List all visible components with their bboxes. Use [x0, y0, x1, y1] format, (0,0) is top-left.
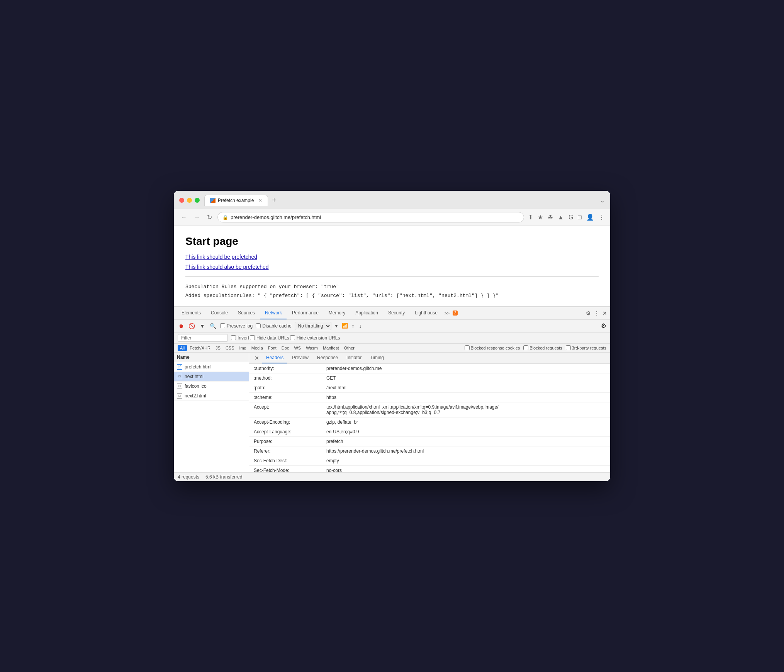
throttle-select[interactable]: No throttling Fast 3G Slow 3G	[295, 322, 331, 330]
type-filter-manifest[interactable]: Manifest	[321, 345, 341, 351]
header-name: :path:	[254, 385, 323, 390]
notification-badge: 2	[453, 311, 458, 316]
transferred-size: 5.6 kB transferred	[205, 474, 242, 480]
type-filter-wasm[interactable]: Wasm	[304, 345, 320, 351]
header-row: :scheme: https	[249, 393, 610, 402]
download-icon[interactable]: ↓	[358, 322, 363, 330]
file-icon: □	[177, 393, 182, 399]
disable-cache-checkbox[interactable]	[256, 323, 261, 328]
search-button[interactable]: 🔍	[209, 322, 217, 330]
tab-sources[interactable]: Sources	[233, 307, 260, 319]
type-filter-ws[interactable]: WS	[292, 345, 303, 351]
type-filter-media[interactable]: Media	[249, 345, 265, 351]
headers-tab-initiator[interactable]: Initiator	[343, 353, 365, 363]
filter-input[interactable]	[178, 334, 228, 342]
tab-performance[interactable]: Performance	[287, 307, 323, 319]
link1[interactable]: This link should be prefetched	[185, 254, 599, 260]
back-button[interactable]: ←	[179, 213, 188, 222]
reload-button[interactable]: ↻	[205, 213, 214, 222]
header-row: :authority: prerender-demos.glitch.me	[249, 364, 610, 373]
file-name: next.html	[185, 374, 204, 379]
list-item[interactable]: □ next2.html	[174, 391, 249, 401]
url-bar[interactable]: 🔒 prerender-demos.glitch.me/prefetch.htm…	[217, 212, 524, 222]
blocked-requests-label[interactable]: Blocked requests	[523, 345, 562, 350]
header-value: prefetch	[326, 439, 606, 444]
profile-button[interactable]: 👤	[586, 214, 594, 221]
headers-close-button[interactable]: ✕	[252, 353, 261, 363]
tab-network[interactable]: Network	[260, 307, 287, 319]
extension2-button[interactable]: ▲	[558, 214, 564, 221]
bookmark-button[interactable]: ★	[538, 214, 543, 221]
invert-label[interactable]: Invert	[231, 335, 249, 341]
browser-window: Prefetch example ✕ + ⌄ ← → ↻ 🔒 prerender…	[174, 191, 610, 481]
network-settings-icon[interactable]: ⚙	[601, 322, 606, 329]
active-tab[interactable]: Prefetch example ✕	[204, 195, 268, 206]
maximize-control[interactable]	[195, 198, 200, 203]
preserve-log-checkbox[interactable]	[220, 323, 225, 328]
tab-security[interactable]: Security	[384, 307, 409, 319]
header-row: Accept-Encoding: gzip, deflate, br	[249, 417, 610, 427]
devtools-settings-icon[interactable]: ⚙	[586, 310, 591, 316]
record-button[interactable]: ⏺	[178, 322, 185, 330]
third-party-label[interactable]: 3rd-party requests	[566, 345, 606, 350]
type-filter-fetch[interactable]: Fetch/XHR	[187, 345, 213, 351]
hide-ext-urls-label[interactable]: Hide extension URLs	[290, 335, 340, 341]
blocked-cookies-label[interactable]: Blocked response cookies	[465, 345, 520, 350]
type-filter-font[interactable]: Font	[266, 345, 279, 351]
type-filter-css[interactable]: CSS	[223, 345, 237, 351]
headers-tab-response[interactable]: Response	[313, 353, 342, 363]
type-filter-other[interactable]: Other	[341, 345, 357, 351]
type-filter-img[interactable]: Img	[237, 345, 249, 351]
share-button[interactable]: ⬆	[528, 214, 533, 221]
header-name: Referer:	[254, 448, 323, 454]
disable-cache-label[interactable]: Disable cache	[256, 323, 291, 329]
extensions-button[interactable]: ☘	[548, 214, 553, 221]
headers-tab-preview[interactable]: Preview	[288, 353, 312, 363]
blocked-requests-checkbox[interactable]	[523, 345, 528, 350]
header-name: Accept-Language:	[254, 429, 323, 434]
devtools-close-icon[interactable]: ✕	[602, 310, 607, 316]
hide-data-urls-checkbox[interactable]	[250, 335, 255, 340]
hide-data-urls-label[interactable]: Hide data URLs	[250, 335, 289, 341]
file-icon: □	[177, 384, 182, 389]
list-item[interactable]: 📄 prefetch.html	[174, 362, 249, 372]
tab-menu-button[interactable]: ⌄	[600, 197, 605, 204]
clear-button[interactable]: 🚫	[188, 322, 196, 330]
google-button[interactable]: G	[568, 214, 573, 221]
devtools-menu-icon[interactable]: ⋮	[594, 310, 599, 316]
tab-lighthouse[interactable]: Lighthouse	[410, 307, 442, 319]
link2[interactable]: This link should also be prefetched	[185, 264, 599, 270]
hide-ext-urls-text: Hide extension URLs	[297, 335, 340, 341]
blocked-cookies-checkbox[interactable]	[465, 345, 470, 350]
headers-tab-timing[interactable]: Timing	[366, 353, 388, 363]
tab-elements[interactable]: Elements	[177, 307, 205, 319]
new-tab-button[interactable]: +	[269, 195, 279, 206]
header-row: Sec-Fetch-Dest: empty	[249, 456, 610, 466]
hide-ext-urls-checkbox[interactable]	[290, 335, 295, 340]
close-control[interactable]	[179, 198, 184, 203]
filter-button[interactable]: ▼	[199, 322, 206, 330]
file-name: next2.html	[185, 393, 206, 399]
more-tabs-button[interactable]: >>	[443, 309, 451, 318]
cast-button[interactable]: □	[578, 214, 582, 221]
type-filter-js[interactable]: JS	[213, 345, 223, 351]
minimize-control[interactable]	[187, 198, 192, 203]
tab-console[interactable]: Console	[206, 307, 232, 319]
invert-checkbox[interactable]	[231, 335, 236, 340]
type-filter-doc[interactable]: Doc	[279, 345, 292, 351]
tab-application[interactable]: Application	[351, 307, 383, 319]
third-party-checkbox[interactable]	[566, 345, 571, 350]
type-filter-all[interactable]: All	[178, 345, 187, 351]
headers-content: :authority: prerender-demos.glitch.me :m…	[249, 364, 610, 472]
tab-memory[interactable]: Memory	[324, 307, 350, 319]
list-item[interactable]: □ favicon.ico	[174, 382, 249, 391]
tab-close-button[interactable]: ✕	[258, 198, 262, 203]
forward-button[interactable]: →	[192, 213, 202, 222]
upload-icon[interactable]: ↑	[351, 322, 355, 330]
menu-button[interactable]: ⋮	[599, 214, 605, 221]
headers-tab-headers[interactable]: Headers	[262, 353, 287, 363]
header-row: Referer: https://prerender-demos.glitch.…	[249, 446, 610, 456]
preserve-log-label[interactable]: Preserve log	[220, 323, 253, 329]
list-item[interactable]: □ next.html	[174, 372, 249, 382]
disable-cache-text: Disable cache	[262, 323, 291, 329]
